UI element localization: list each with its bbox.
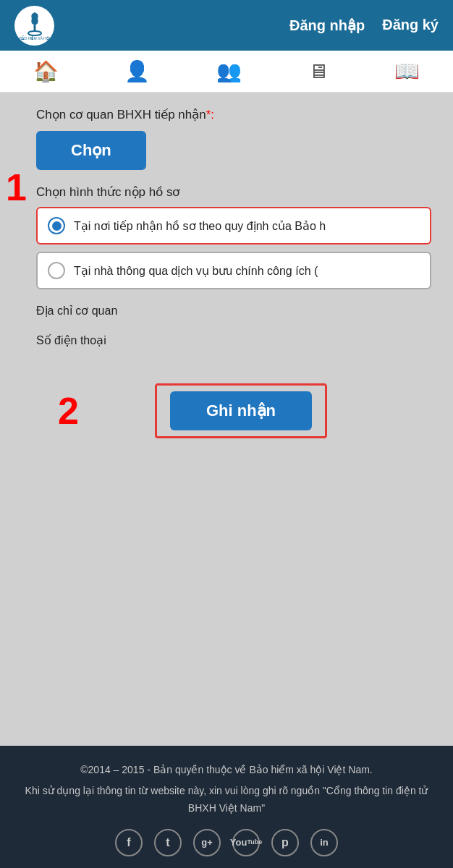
radio-option-1-label: Tại nơi tiếp nhận hồ sơ theo quy định củ… xyxy=(74,219,326,233)
radio-circle-1 xyxy=(48,217,65,234)
nav-monitor-icon[interactable]: 🖥 xyxy=(308,59,329,83)
footer-notice: Khi sử dụng lại thông tin từ website này… xyxy=(14,783,439,817)
svg-point-3 xyxy=(33,12,37,22)
radio-circle-2 xyxy=(48,262,65,279)
address-label: Địa chỉ cơ quan xyxy=(36,304,439,318)
googleplus-icon[interactable]: g+ xyxy=(193,829,221,856)
footer-copyright: ©2014 – 2015 - Bản quyền thuộc về Bảo hi… xyxy=(14,762,439,779)
logo: BẢO HIỂM XÃ HỘI xyxy=(14,6,54,46)
register-link[interactable]: Đăng ký xyxy=(382,17,439,34)
footer: ©2014 – 2015 - Bản quyền thuộc về Bảo hi… xyxy=(0,746,453,868)
submit-button[interactable]: Ghi nhận xyxy=(170,391,312,430)
radio-option-2[interactable]: Tại nhà thông qua dịch vụ bưu chính công… xyxy=(36,252,431,289)
choose-button[interactable]: Chọn xyxy=(36,131,146,170)
svg-text:BẢO HIỂM XÃ HỘI: BẢO HIỂM XÃ HỘI xyxy=(19,35,49,41)
header-nav: Đăng nhập Đăng ký xyxy=(289,17,439,34)
choose-form-label: Chọn hình thức nộp hồ sơ xyxy=(36,184,439,200)
youtube-icon[interactable]: YouTube xyxy=(232,829,260,856)
radio-option-1[interactable]: Tại nơi tiếp nhận hồ sơ theo quy định củ… xyxy=(36,207,431,244)
nav-home-icon[interactable]: 🏠 xyxy=(33,59,59,83)
radio-option-2-label: Tại nhà thông qua dịch vụ bưu chính công… xyxy=(74,264,318,278)
nav-bar: 🏠 👤 👥 🖥 📖 xyxy=(0,51,453,93)
login-link[interactable]: Đăng nhập xyxy=(289,17,365,34)
footer-social-icons: f t g+ YouTube p in xyxy=(14,829,439,856)
pinterest-icon[interactable]: p xyxy=(271,829,299,856)
linkedin-icon[interactable]: in xyxy=(310,829,338,856)
header: BẢO HIỂM XÃ HỘI Đăng nhập Đăng ký xyxy=(0,0,453,51)
phone-label: Số điện thoại xyxy=(36,333,439,347)
annotation-1: 1 xyxy=(6,169,27,206)
submit-btn-wrapper: Ghi nhận xyxy=(155,383,327,438)
main-content: 1 Chọn cơ quan BHXH tiếp nhận*: Chọn Chọ… xyxy=(0,93,453,746)
nav-book-icon[interactable]: 📖 xyxy=(394,59,420,83)
twitter-icon[interactable]: t xyxy=(154,829,182,856)
nav-users-icon[interactable]: 👥 xyxy=(216,59,242,83)
logo-circle: BẢO HIỂM XÃ HỘI xyxy=(14,6,54,46)
facebook-icon[interactable]: f xyxy=(115,829,143,856)
nav-user-icon[interactable]: 👤 xyxy=(124,59,150,83)
choose-agency-label: Chọn cơ quan BHXH tiếp nhận*: xyxy=(36,107,439,122)
svg-rect-4 xyxy=(33,22,35,32)
logo-svg: BẢO HIỂM XÃ HỘI xyxy=(18,9,51,42)
annotation-2: 2 xyxy=(58,389,79,433)
